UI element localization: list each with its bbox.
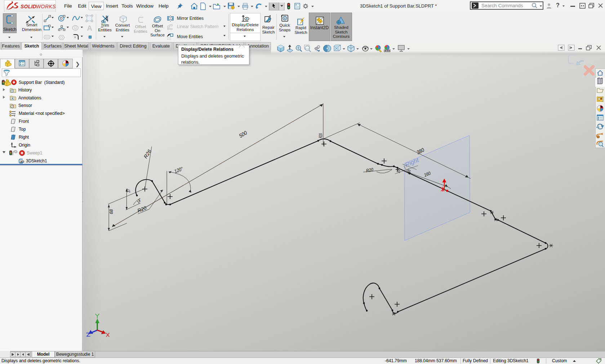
svg-text:37: 37 (126, 189, 131, 193)
svg-text:68: 68 (109, 209, 114, 214)
svg-text:A: A (11, 97, 13, 100)
svg-text:WORKS: WORKS (36, 4, 55, 9)
svg-text:10: 10 (597, 136, 600, 138)
svg-text:!: ! (232, 6, 233, 9)
svg-text:3D: 3D (20, 160, 25, 163)
svg-text:14°: 14° (136, 198, 142, 204)
svg-text:R20: R20 (318, 133, 323, 138)
svg-text:R20: R20 (137, 205, 147, 214)
svg-text:380: 380 (415, 147, 425, 156)
svg-text:120°: 120° (173, 166, 184, 174)
svg-text:SOLID: SOLID (21, 4, 36, 9)
svg-text:R20: R20 (366, 167, 374, 173)
svg-text:20: 20 (396, 169, 401, 174)
svg-text:500: 500 (238, 130, 248, 139)
